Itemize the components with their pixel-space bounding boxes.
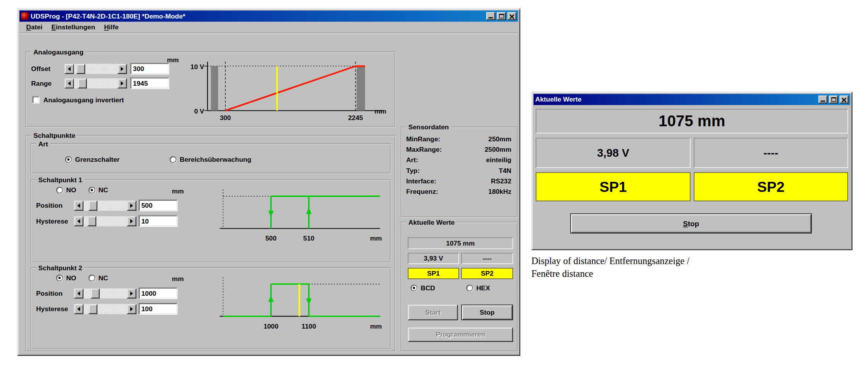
close-icon: [509, 14, 514, 19]
analog-xmin-label: 300: [220, 114, 231, 122]
sp2-hysterese-scroll-track[interactable]: [83, 304, 127, 314]
sp2-hysterese-scroll-right-button[interactable]: [127, 304, 136, 314]
sp2-status-badge: SP2: [461, 268, 513, 279]
sp1-hysterese-scrollbar[interactable]: [74, 216, 136, 226]
sp1-status-badge: SP1: [408, 268, 459, 279]
hex-radio-label: HEX: [476, 284, 490, 292]
main-titlebar[interactable]: UDSProg - [P42-T4N-2D-1C1-180E] *Demo-Mo…: [19, 10, 518, 22]
minimize-button[interactable]: [486, 12, 495, 20]
sp1-hysterese-scroll-left-button[interactable]: [74, 216, 83, 226]
range-scroll-left-button[interactable]: [65, 78, 74, 88]
sensor-row-label: MaxRange:: [406, 146, 442, 153]
sp2-hysteresis-chart: 1000 1100 mm: [215, 273, 388, 340]
sensor-row-label: Art:: [406, 156, 418, 164]
sp2-position-input[interactable]: [138, 287, 177, 299]
offset-input[interactable]: [130, 63, 169, 75]
range-scroll-track[interactable]: [74, 78, 117, 88]
distance-display: 1075 mm: [408, 237, 513, 249]
offset-scroll-thumb[interactable]: [76, 64, 85, 74]
maximize-button[interactable]: [829, 96, 838, 103]
menu-einstellungen[interactable]: Einstellungen: [47, 22, 99, 32]
sp2-position-scroll-track[interactable]: [83, 288, 127, 298]
sensor-row-value: 250mm: [488, 135, 512, 143]
sp2-no-radio[interactable]: NO: [56, 274, 76, 282]
sp1-hysterese-scroll-track[interactable]: [83, 216, 127, 226]
menu-datei[interactable]: Datei: [22, 22, 47, 32]
sp2-nc-radio-label: NC: [99, 274, 108, 282]
analog-output-chart: 10 V 0 V 300 2245 mm: [184, 54, 393, 125]
arrow-right-icon: [130, 219, 133, 224]
radio-icon: [410, 285, 417, 291]
close-button[interactable]: [507, 12, 516, 20]
arrow-left-icon: [68, 67, 71, 71]
sp1-nc-radio-label: NC: [99, 186, 108, 194]
secondary-display: ----: [694, 138, 848, 168]
range-scroll-thumb[interactable]: [78, 78, 87, 88]
sp1-position-scroll-left-button[interactable]: [74, 201, 83, 211]
stop-button[interactable]: Stop: [570, 214, 812, 234]
schaltpunkt1-group: Schaltpunkt 1 NO NC mm Position Hys: [31, 180, 391, 263]
menu-hilfe[interactable]: Hilfe: [100, 22, 123, 32]
main-window-title: UDSProg - [P42-T4N-2D-1C1-180E] *Demo-Mo…: [31, 12, 485, 20]
values-window: Aktuelle Werte 1075 mm 3,98 V ---- SP1 S…: [531, 92, 853, 250]
offset-scroll-right-button[interactable]: [117, 64, 127, 74]
hex-radio[interactable]: HEX: [466, 284, 490, 292]
sp2-position-scroll-thumb[interactable]: [91, 288, 100, 298]
sensor-row-value: 2500mm: [485, 146, 511, 153]
sp1-x1-label: 500: [266, 234, 277, 242]
sp2-nc-radio[interactable]: NC: [89, 274, 108, 282]
maximize-button[interactable]: [497, 12, 506, 20]
grenzschalter-radio[interactable]: Grenzschalter: [65, 156, 119, 163]
sp1-position-scroll-track[interactable]: [83, 201, 127, 211]
offset-scrollbar[interactable]: [65, 64, 127, 74]
range-scrollbar[interactable]: [65, 78, 127, 88]
sp1-no-radio[interactable]: NO: [56, 186, 76, 194]
art-group: Art Grenzschalter Bereichsüberwachung: [31, 143, 391, 174]
sp2-hysterese-scroll-thumb[interactable]: [89, 304, 97, 314]
sp2-position-scrollbar[interactable]: [74, 288, 136, 298]
arrow-right-icon: [121, 81, 123, 86]
sp2-unit-header: mm: [172, 275, 184, 283]
sp2-hysterese-input[interactable]: [138, 303, 177, 315]
bcd-radio[interactable]: BCD: [410, 284, 435, 292]
bereichsueberwachung-radio[interactable]: Bereichsüberwachung: [170, 156, 251, 163]
sp1-hysterese-scroll-right-button[interactable]: [127, 216, 136, 226]
arrow-down-icon: [268, 211, 274, 217]
sp1-hysterese-input[interactable]: [138, 215, 177, 227]
sp1-hysterese-scroll-thumb[interactable]: [87, 216, 96, 226]
aktuelle-werte-group-label: Aktuelle Werte: [406, 219, 457, 226]
sp2-hysterese-label: Hysterese: [36, 305, 68, 313]
sp2-unit-label: mm: [370, 322, 382, 330]
close-button[interactable]: [840, 96, 849, 103]
sp2-position-scroll-right-button[interactable]: [127, 288, 136, 298]
sp2-hysterese-scrollbar[interactable]: [74, 304, 136, 314]
sp1-position-scroll-right-button[interactable]: [127, 201, 136, 211]
maximize-icon: [499, 14, 504, 19]
invert-checkbox[interactable]: [32, 96, 40, 103]
sp1-hysteresis-chart: 500 510 mm: [215, 185, 388, 252]
caption-line-1: Display of distance/ Entfernungsanzeige …: [531, 254, 689, 267]
offset-scroll-left-button[interactable]: [65, 64, 74, 74]
secondary-display: ----: [461, 253, 513, 264]
main-window: UDSProg - [P42-T4N-2D-1C1-180E] *Demo-Mo…: [17, 8, 520, 356]
sp2-position-scroll-left-button[interactable]: [74, 288, 83, 298]
sp2-status-badge: SP2: [694, 172, 848, 201]
offset-scroll-track[interactable]: [74, 64, 117, 74]
menubar: Datei Einstellungen Hilfe: [19, 22, 518, 33]
programmieren-button[interactable]: Programmieren: [408, 327, 513, 342]
range-input[interactable]: [130, 77, 169, 89]
values-titlebar[interactable]: Aktuelle Werte: [534, 94, 850, 105]
sp1-unit-header: mm: [172, 187, 184, 195]
sp1-position-input[interactable]: [138, 200, 177, 211]
sp2-hysterese-scroll-left-button[interactable]: [74, 304, 83, 314]
sp1-position-scrollbar[interactable]: [74, 201, 136, 211]
sp1-nc-radio[interactable]: NC: [89, 186, 108, 194]
stop-button[interactable]: Stop: [461, 305, 513, 320]
app-icon[interactable]: [21, 12, 29, 20]
range-scroll-right-button[interactable]: [117, 78, 127, 88]
arrow-right-icon: [130, 203, 133, 208]
sp1-position-scroll-thumb[interactable]: [89, 201, 97, 211]
start-button[interactable]: Start: [408, 305, 458, 320]
analog-curve: [225, 66, 365, 110]
minimize-button[interactable]: [819, 96, 827, 103]
